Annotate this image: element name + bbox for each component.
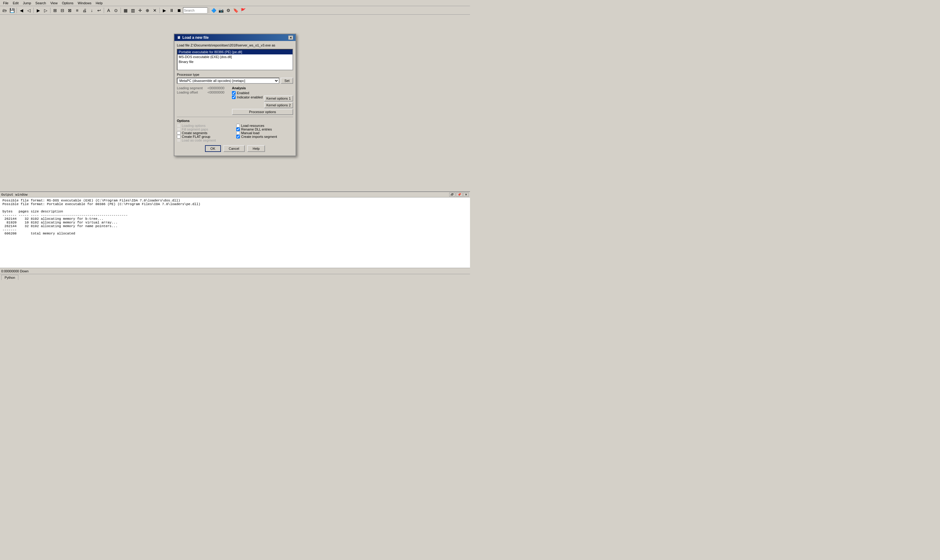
menu-file[interactable]: File [1, 1, 11, 6]
text-btn[interactable]: A [105, 7, 112, 14]
snapshot-btn[interactable]: 📷 [218, 7, 224, 14]
divider [177, 117, 293, 117]
menu-edit[interactable]: Edit [11, 1, 20, 6]
dialog-title: Load a new file [182, 35, 209, 40]
load-resources-checkbox[interactable] [236, 124, 240, 128]
file-format-dos[interactable]: MS-DOS executable (EXE) [dos.dll] [178, 54, 293, 59]
fill-segment-checkbox [177, 128, 181, 131]
analysis-checkboxes: Enabled Indicator enabled [232, 91, 262, 99]
load-as-code-checkbox [177, 138, 181, 142]
options-section: Options Loading options Fill segment gap… [177, 119, 293, 142]
print-btn[interactable]: 🖨 [81, 7, 88, 14]
loading-options-checkbox [177, 124, 181, 128]
layout-btn[interactable]: ▥ [130, 7, 136, 14]
hex-btn[interactable]: ⊟ [59, 7, 66, 14]
tab-bar: Python [0, 274, 470, 280]
back-arrow-btn[interactable]: ◁ [25, 7, 32, 14]
open-file-btn[interactable]: 🗁 [1, 7, 8, 14]
load-file-dialog: 🖥 Load a new file ✕ Load file Z:\Documen… [174, 34, 296, 156]
indicator-label: Indicator enabled [237, 95, 262, 99]
help-btn[interactable]: Help [247, 145, 265, 152]
back-btn[interactable]: ◀ [18, 7, 25, 14]
processor-options-btn[interactable]: Processor options [232, 109, 293, 115]
enum-btn[interactable]: ≡ [74, 7, 80, 14]
ok-btn[interactable]: OK [205, 145, 221, 152]
cancel-btn[interactable]: Cancel [223, 145, 245, 152]
struct-btn[interactable]: ⊠ [66, 7, 73, 14]
output-titlebar-btns: 🗗 📌 ✕ [449, 192, 469, 197]
stop-btn[interactable]: ⏹ [176, 7, 182, 14]
forward-arrow-btn[interactable]: ▷ [42, 7, 49, 14]
create-segments-checkbox[interactable] [177, 131, 181, 135]
loading-offset-label: Loading offset [177, 91, 207, 94]
rename-dll-checkbox[interactable] [236, 128, 240, 131]
ida-btn[interactable]: 🔷 [210, 7, 217, 14]
menu-help[interactable]: Help [94, 1, 105, 6]
menu-options[interactable]: Options [60, 1, 75, 6]
loading-segment-label: Loading segment [177, 86, 207, 90]
output-pin-btn[interactable]: 📌 [456, 192, 463, 197]
create-imports-label: Create imports segment [241, 135, 277, 138]
flag-btn[interactable]: 🚩 [239, 7, 246, 14]
manual-load-checkbox[interactable] [236, 131, 240, 135]
kernel-options-2-btn[interactable]: Kernel options 2 [264, 102, 293, 108]
save-btn[interactable]: 💾 [9, 7, 15, 14]
dialog-filepath: Load file Z:\Documents\repos\itsec\2018\… [177, 43, 293, 47]
file-format-binary[interactable]: Binary file [178, 59, 293, 64]
menu-search[interactable]: Search [34, 1, 48, 6]
dialog-buttons: OK Cancel Help [177, 145, 293, 153]
menu-windows[interactable]: Windows [76, 1, 93, 6]
down-btn[interactable]: ↓ [88, 7, 95, 14]
settings-btn[interactable]: ⚙ [225, 7, 232, 14]
enabled-label: Enabled [237, 91, 249, 95]
indicator-checkbox[interactable] [232, 95, 236, 99]
tab-python[interactable]: Python [1, 275, 19, 280]
menubar: File Edit Jump Search View Options Windo… [0, 0, 470, 6]
loading-info: Loading segment <00000000 Loading offset… [177, 86, 230, 95]
navigate-btn[interactable]: ⊕ [144, 7, 151, 14]
bookmark-btn[interactable]: 🔖 [232, 7, 239, 14]
disasm-btn[interactable]: ⊞ [52, 7, 59, 14]
indicator-check-row: Indicator enabled [232, 95, 262, 99]
search-input[interactable] [183, 7, 207, 14]
zoom-btn[interactable]: ✛ [137, 7, 144, 14]
circle-btn[interactable]: ⊙ [113, 7, 119, 14]
output-title: Output window [1, 193, 28, 197]
dialog-close-btn[interactable]: ✕ [288, 35, 293, 40]
create-imports-row: Create imports segment [236, 135, 293, 138]
enabled-checkbox[interactable] [232, 91, 236, 95]
loading-segment-row: Loading segment <00000000 [177, 86, 230, 90]
forward-btn[interactable]: ▶ [35, 7, 42, 14]
manual-load-label: Manual load [241, 131, 259, 135]
create-flat-group-checkbox[interactable] [177, 135, 181, 138]
toolbar-sep-6 [159, 8, 160, 13]
create-imports-checkbox[interactable] [236, 135, 240, 138]
menu-view[interactable]: View [48, 1, 59, 6]
output-close-btn[interactable]: ✕ [463, 192, 469, 197]
close-graph-btn[interactable]: ✕ [151, 7, 158, 14]
analysis-label: Analysis [232, 86, 293, 90]
rename-dll-label: Rename DLL entries [241, 128, 272, 131]
toolbar: 🗁 💾 ◀ ◁ ▶ ▷ ⊞ ⊟ ⊠ ≡ 🖨 ↓ ↩ A ⊙ ▦ ▥ ✛ ⊕ ✕ … [0, 6, 470, 15]
graph-btn[interactable]: ▦ [122, 7, 129, 14]
create-flat-group-label: Create FLAT group [182, 135, 210, 138]
file-format-list[interactable]: Portable executable for 80386 (PE) [pe.d… [177, 49, 293, 70]
output-restore-btn[interactable]: 🗗 [449, 192, 455, 197]
run-btn[interactable]: ▶ [161, 7, 168, 14]
create-segments-label: Create segments [182, 131, 207, 135]
options-label: Options [177, 119, 293, 123]
undo-btn[interactable]: ↩ [96, 7, 102, 14]
output-window: Output window 🗗 📌 ✕ Possible file format… [0, 191, 470, 268]
status-address: 0:00000000 Down [1, 269, 28, 273]
load-resources-label: Load resources [241, 124, 264, 128]
menu-jump[interactable]: Jump [21, 1, 33, 6]
create-segments-row: Create segments [177, 131, 234, 135]
toolbar-sep-2 [33, 8, 34, 13]
set-btn[interactable]: Set [281, 78, 293, 84]
pause-btn[interactable]: ⏸ [168, 7, 175, 14]
options-col-2: Load resources Rename DLL entries Manual… [236, 124, 293, 142]
kernel-options-1-btn[interactable]: Kernel options 1 [264, 95, 293, 102]
processor-type-label: Processor type [177, 73, 293, 77]
processor-type-select[interactable]: MetaPC (disassemble all opcodes) [metapc… [177, 78, 279, 84]
file-format-pe[interactable]: Portable executable for 80386 (PE) [pe.d… [178, 49, 293, 54]
